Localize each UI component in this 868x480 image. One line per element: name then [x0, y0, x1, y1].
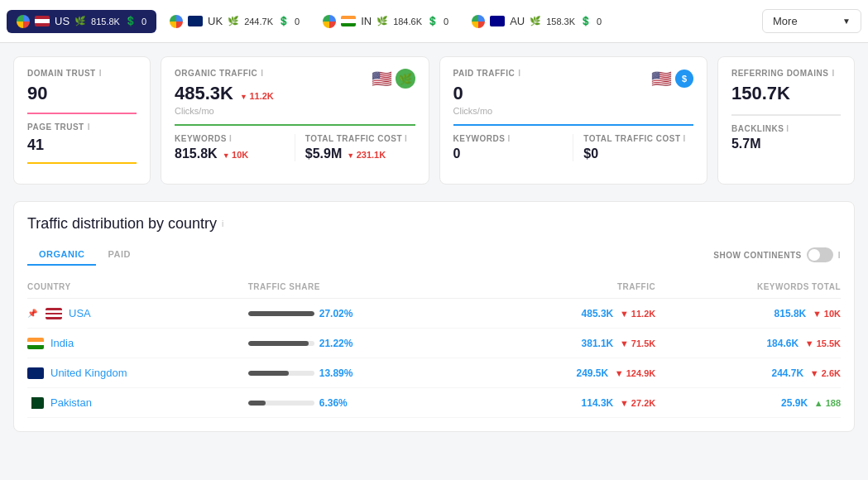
- backlinks-value: 5.7M: [731, 137, 841, 151]
- paid-traffic-card: PAID TRAFFIC i 0 Clicks/mo 🇺🇸 $ KEYWORDS…: [439, 56, 707, 185]
- show-continents-toggle[interactable]: [807, 247, 833, 262]
- organic-traffic-change: 11.2K: [240, 91, 274, 101]
- us-flag-paid: 🇺🇸: [651, 69, 672, 89]
- organic-keywords-change: 10K: [223, 150, 249, 160]
- country-link-0[interactable]: USA: [69, 307, 91, 319]
- nav-tab-in[interactable]: IN 🌿 184.6K 💲 0: [313, 10, 458, 33]
- bar-fill-2: [248, 371, 289, 376]
- traffic-distribution-section: Traffic distribution by country i ORGANI…: [13, 201, 855, 432]
- bar-container-3: [248, 401, 314, 406]
- tab-organic[interactable]: ORGANIC: [27, 244, 96, 266]
- google-icon-au: [472, 15, 485, 28]
- trust-card: DOMAIN TRUST i 90 PAGE TRUST i 41: [13, 56, 151, 185]
- referring-domains-info[interactable]: i: [832, 69, 834, 78]
- nav-tab-us-cost: 0: [141, 17, 146, 26]
- organic-traffic-sub: Clicks/mo: [175, 106, 274, 116]
- keywords-value-2: 244.7K: [771, 367, 803, 379]
- nav-tab-uk[interactable]: UK 🌿 244.7K 💲 0: [160, 10, 309, 33]
- nav-tab-us[interactable]: US 🌿 815.8K 💲 0: [7, 10, 156, 33]
- keywords-cell-1: 184.6K ▼ 15.5K: [655, 329, 841, 358]
- traffic-change-2: ▼ 124.9K: [615, 368, 655, 378]
- keywords-change-1: ▼ 15.5K: [805, 338, 841, 348]
- organic-cost-info[interactable]: i: [405, 134, 407, 143]
- nav-tab-au-label: AU: [510, 15, 525, 27]
- traffic-value-0: 485.3K: [582, 308, 614, 319]
- bar-fill-3: [248, 401, 266, 406]
- nav-tab-in-cost: 0: [444, 17, 448, 26]
- nav-tab-uk-cost: 0: [295, 17, 300, 26]
- country-link-1[interactable]: India: [50, 337, 74, 349]
- keywords-value-1: 184.6K: [766, 338, 798, 349]
- paid-keywords-info[interactable]: i: [507, 134, 510, 143]
- paid-traffic-info-icon[interactable]: i: [518, 69, 520, 78]
- nav-tab-au-icon: 🌿: [530, 16, 541, 26]
- domain-trust-info-icon[interactable]: i: [99, 69, 102, 78]
- paid-traffic-sub: Clicks/mo: [453, 106, 521, 116]
- table-row: United Kingdom 13.89% 249.5K ▼ 124.9K 24…: [27, 358, 841, 388]
- page-trust-label: PAGE TRUST i: [27, 122, 137, 132]
- organic-traffic-flags: 🇺🇸 🌿: [372, 69, 415, 89]
- keywords-cell-3: 25.9K ▲ 188: [655, 388, 841, 418]
- continents-info[interactable]: i: [838, 251, 841, 260]
- flag-uk: [188, 16, 203, 26]
- section-title-info[interactable]: i: [222, 219, 223, 228]
- organic-keywords-value: 815.8K: [175, 146, 218, 161]
- tabs-row: ORGANIC PAID SHOW CONTINENTS i: [27, 244, 841, 266]
- paid-keywords-label: KEYWORDS i: [453, 134, 563, 143]
- nav-tab-au[interactable]: AU 🌿 158.3K 💲 0: [462, 10, 611, 33]
- toggle-knob: [808, 249, 820, 261]
- nav-tab-au-traffic: 158.3K: [546, 17, 575, 26]
- nav-tab-us-label: US: [55, 15, 70, 27]
- col-country: COUNTRY: [27, 276, 248, 299]
- country-cell-0: 📌 USA: [27, 299, 248, 329]
- organic-keywords-cell: KEYWORDS i 815.8K 10K: [175, 134, 295, 161]
- dollar-uk: 💲: [278, 16, 290, 26]
- keywords-change-2: ▼ 2.6K: [810, 368, 841, 378]
- flag-us: [35, 16, 50, 26]
- us-flag-emoji: 🇺🇸: [372, 69, 392, 89]
- nav-tab-in-icon: 🌿: [376, 16, 388, 26]
- paid-traffic-label: PAID TRAFFIC i: [453, 69, 521, 78]
- backlinks-info[interactable]: i: [786, 124, 789, 133]
- dollar-in: 💲: [427, 16, 439, 26]
- paid-cost-label: TOTAL TRAFFIC COST i: [583, 134, 693, 143]
- country-flag-0: [46, 308, 62, 319]
- page-trust-info-icon[interactable]: i: [88, 122, 90, 132]
- table-row: India 21.22% 381.1K ▼ 71.5K 184.6K ▼ 15.…: [27, 329, 841, 358]
- referring-domains-value: 150.7K: [731, 83, 841, 104]
- nav-tab-uk-label: UK: [208, 15, 223, 27]
- country-flag-3: [27, 397, 44, 409]
- organic-cost-change: 231.1K: [347, 150, 386, 160]
- traffic-value-3: 114.3K: [582, 397, 614, 409]
- tab-paid[interactable]: PAID: [96, 244, 141, 266]
- nav-tab-us-icon: 🌿: [74, 16, 86, 26]
- traffic-val-cell-3: 114.3K ▼ 27.2K: [480, 388, 655, 418]
- country-cell-1: India: [27, 329, 248, 358]
- traffic-share-cell-1: 21.22%: [248, 329, 480, 358]
- country-link-2[interactable]: United Kingdom: [50, 367, 127, 379]
- country-cell-2: United Kingdom: [27, 358, 248, 388]
- table-row: 📌 USA 27.02% 485.3K ▼ 11.2K 815.8K ▼ 10K: [27, 299, 841, 329]
- organic-cost-value: $5.9M: [305, 146, 342, 161]
- organic-keywords-label: KEYWORDS i: [175, 134, 285, 143]
- paid-cost-info[interactable]: i: [683, 134, 686, 143]
- organic-keywords-info[interactable]: i: [229, 134, 232, 143]
- paid-keywords-cell: KEYWORDS i 0: [453, 134, 574, 161]
- traffic-share-cell-2: 13.89%: [248, 358, 480, 388]
- section-title: Traffic distribution by country i: [27, 215, 841, 233]
- col-traffic: TRAFFIC: [480, 276, 655, 299]
- bar-container-2: [248, 371, 314, 376]
- organic-traffic-info-icon[interactable]: i: [261, 69, 263, 78]
- col-keywords-total: KEYWORDS TOTAL: [655, 276, 841, 299]
- leaf-badge: 🌿: [396, 69, 415, 89]
- traffic-share-cell-3: 6.36%: [248, 388, 480, 418]
- bar-fill-0: [248, 311, 314, 316]
- bar-container-1: [248, 341, 314, 346]
- top-bar: US 🌿 815.8K 💲 0 UK 🌿 244.7K 💲 0 IN 🌿 184…: [0, 0, 868, 43]
- paid-keywords-value: 0: [453, 146, 563, 161]
- country-link-3[interactable]: Pakistan: [50, 396, 92, 409]
- nav-tab-au-cost: 0: [597, 17, 602, 26]
- organic-traffic-card: ORGANIC TRAFFIC i 485.3K 11.2K Clicks/mo…: [161, 56, 429, 185]
- more-label: More: [773, 15, 798, 27]
- more-dropdown[interactable]: More ▼: [762, 9, 861, 33]
